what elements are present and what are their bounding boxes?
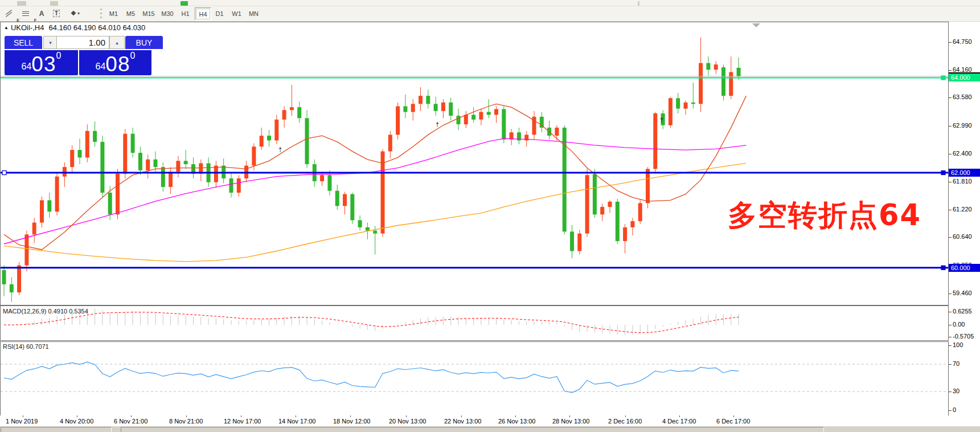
- level-price-flag: 60.000: [949, 264, 980, 272]
- equidistant-channel-icon[interactable]: E: [1, 7, 16, 20]
- time-axis[interactable]: 1 Nov 20194 Nov 20:006 Nov 21:008 Nov 21…: [0, 415, 980, 426]
- text-icon[interactable]: T: [49, 7, 64, 20]
- rsi-panel[interactable]: [0, 341, 949, 416]
- candle-body: [426, 96, 430, 104]
- candle-body: [176, 161, 180, 172]
- candle-body: [699, 63, 703, 104]
- timeframe-m1[interactable]: M1: [106, 7, 121, 19]
- clipped-icon: [50, 1, 58, 6]
- chevron-down-icon: ▾: [77, 11, 80, 16]
- price-tick-mark: [949, 294, 952, 294]
- clipped-icon: [17, 1, 26, 6]
- candle-body: [411, 104, 415, 112]
- time-tick-mark: [625, 415, 626, 417]
- candle-body: [706, 63, 710, 70]
- buy-price-panel[interactable]: 64080: [79, 50, 151, 75]
- clipped-icon-green: [181, 1, 188, 6]
- price-tick-label: 62.400: [953, 150, 972, 157]
- object-anchor-marker: †: [278, 146, 282, 153]
- arrows-glyph: ❖: [71, 10, 76, 17]
- time-tick-label: 28 Nov 13:00: [552, 418, 589, 425]
- chart-annotation-text: 多空转折点64: [728, 196, 921, 235]
- candle-body: [32, 223, 36, 235]
- object-anchor-marker: †: [436, 121, 439, 128]
- candle-body: [10, 284, 14, 292]
- buy-price-small: 64: [96, 62, 106, 72]
- level-price-flag: 62.000: [949, 169, 980, 177]
- volume-down-button[interactable]: ▾: [43, 36, 58, 49]
- price-tick-label: 61.810: [953, 178, 972, 185]
- price-tick-mark: [949, 182, 952, 182]
- time-tick-label: 4 Dec 17:00: [662, 418, 696, 425]
- timeframe-w1[interactable]: W1: [229, 7, 244, 19]
- candle-body: [471, 115, 475, 119]
- candle-body: [85, 131, 89, 158]
- text-letter: T: [53, 10, 60, 17]
- volume-up-button[interactable]: ▴: [109, 36, 125, 49]
- buy-button[interactable]: BUY: [125, 36, 163, 49]
- time-tick-mark: [515, 415, 516, 417]
- candle-body: [721, 67, 725, 96]
- sell-price-panel[interactable]: 64030: [5, 50, 78, 75]
- candle-body: [267, 136, 271, 140]
- candle-body: [260, 136, 264, 146]
- price-tick-label: 63.580: [953, 93, 972, 100]
- chart-shift-marker-icon: [752, 23, 760, 27]
- candle-body: [502, 109, 506, 139]
- timeframe-h1[interactable]: H1: [178, 7, 193, 19]
- rsi-tick-label: 30: [953, 388, 960, 394]
- sell-button-label: SELL: [14, 38, 33, 47]
- price-tick-mark: [949, 237, 952, 238]
- timeframe-h4[interactable]: H4: [195, 7, 211, 21]
- candle-body: [327, 175, 331, 190]
- level-price-flag: 64.000: [949, 74, 980, 81]
- toolbar-gripper[interactable]: [100, 9, 102, 18]
- candle-body: [555, 128, 559, 136]
- price-tick-mark: [949, 126, 952, 127]
- spin-up-icon: ▴: [116, 40, 118, 46]
- candle-body: [373, 231, 377, 234]
- symbol-name: UKOil-,H4: [11, 23, 44, 32]
- time-tick-label: 6 Nov 21:00: [114, 418, 147, 425]
- rsi-tick-label: 70: [953, 360, 960, 367]
- candle-body: [237, 178, 241, 193]
- hline-handle: [941, 171, 945, 175]
- timeframe-m30[interactable]: M30: [159, 7, 176, 19]
- toolbar-row-clipped: [0, 0, 980, 6]
- volume-input[interactable]: 1.00: [56, 36, 109, 49]
- timeframe-mn[interactable]: MN: [246, 7, 261, 19]
- price-tick-label: 60.640: [953, 233, 972, 240]
- timeframe-m5[interactable]: M5: [123, 7, 138, 19]
- candle-body: [638, 203, 642, 221]
- macd-label: MACD(12,26,9) 0.4910 0.5354: [3, 308, 88, 315]
- buy-button-label: BUY: [136, 38, 153, 47]
- candle-body: [676, 98, 680, 108]
- candle-body: [381, 152, 385, 234]
- text-label-icon[interactable]: A: [34, 7, 49, 20]
- time-tick-mark: [679, 415, 680, 417]
- sell-button[interactable]: SELL: [5, 36, 42, 49]
- rsi-line: [4, 362, 739, 393]
- macd-signal-line: [4, 312, 739, 333]
- macd-values: 0.4910 0.5354: [48, 308, 88, 315]
- macd-tick-label: 0.00: [953, 321, 965, 328]
- rsi-value: 60.7071: [26, 343, 49, 350]
- volume-value: 1.00: [89, 38, 105, 47]
- collapse-triangle-icon[interactable]: ▲: [4, 25, 9, 30]
- candle-body: [577, 234, 581, 251]
- fibonacci-icon[interactable]: F: [18, 7, 33, 20]
- macd-panel[interactable]: [0, 305, 949, 341]
- time-tick-label: 12 Nov 17:00: [224, 418, 261, 425]
- timeframe-d1[interactable]: D1: [212, 7, 227, 19]
- candle-body: [449, 103, 453, 116]
- price-tick-label: 61.220: [953, 206, 972, 213]
- rsi-chart: [1, 342, 948, 414]
- timeframe-m15[interactable]: M15: [140, 7, 157, 19]
- candle-body: [290, 107, 294, 110]
- mt4-window: E F A T ❖ ▾ M1M5M15M30H1H4D1W1MN ††† ▲UK…: [0, 0, 980, 432]
- arrows-icon[interactable]: ❖ ▾: [65, 7, 85, 20]
- status-cell: [121, 427, 824, 432]
- sell-price-sup: 0: [56, 51, 61, 61]
- candle-body: [570, 231, 574, 251]
- candle-body: [623, 227, 627, 241]
